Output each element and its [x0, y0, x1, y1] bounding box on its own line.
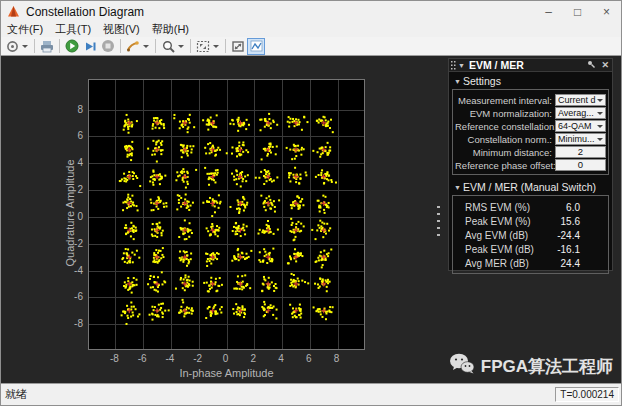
avg-mer-db-label: Avg MER (dB) [455, 258, 529, 269]
x-axis-label: In-phase Amplitude [88, 367, 365, 379]
constellation-norm-select[interactable]: Minimu... [555, 133, 606, 145]
constellation-norm-label: Constellation norm.: [455, 134, 555, 145]
measurement-interval-label: Measurement interval: [455, 95, 555, 106]
fit-dropdown-caret[interactable] [213, 45, 219, 48]
zoom-icon[interactable] [159, 38, 177, 55]
peak-evm-pct-value: 15.6 [561, 216, 606, 227]
y-tick-label: 8 [55, 104, 83, 115]
results-section-header[interactable]: ▼ EVM / MER (Manual Switch) [449, 178, 612, 194]
field-row: Reference phase offset: 0 [455, 159, 606, 171]
style-brush-icon[interactable] [124, 38, 142, 55]
results-collapse-icon: ▼ [454, 184, 461, 191]
reference-constellation-label: Reference constellation: [455, 121, 555, 132]
field-row: Constellation norm.: Minimu... [455, 133, 606, 145]
x-tick-label: -4 [165, 353, 174, 364]
result-row: Avg MER (dB) 24.4 [455, 256, 606, 270]
menu-help[interactable]: 帮助(H) [146, 22, 195, 37]
minimum-distance-label: Minimum distance: [455, 147, 555, 158]
y-tick-label: -6 [55, 291, 83, 302]
evm-normalization-value: Averag... [556, 108, 597, 118]
reference-phase-offset-input[interactable]: 0 [555, 159, 606, 171]
menubar: 文件(F) 工具(T) 视图(V) 帮助(H) [1, 22, 621, 37]
constellation-plot-axes [88, 79, 365, 350]
avg-mer-db-value: 24.4 [561, 258, 606, 269]
evm-mer-panel-header: ▼ EVM / MER ✕ [449, 59, 612, 72]
result-row: RMS EVM (%) 6.0 [455, 200, 606, 214]
menu-tools[interactable]: 工具(T) [49, 22, 97, 37]
wechat-icon [449, 353, 475, 379]
simulation-time-readout: T=0.000214 [555, 387, 619, 402]
y-tick-label: -4 [55, 265, 83, 276]
minimum-distance-input[interactable]: 2 [555, 146, 606, 158]
x-tick-label: 8 [334, 353, 340, 364]
toolbar-separator [120, 39, 121, 53]
panel-title: EVM / MER [469, 59, 524, 71]
run-icon[interactable] [63, 38, 81, 55]
settings-collapse-icon: ▼ [454, 78, 461, 85]
toolbar-separator [34, 39, 35, 53]
reference-phase-offset-label: Reference phase offset: [455, 160, 555, 171]
titlebar: Constellation Diagram – □ × [1, 1, 621, 22]
chevron-down-icon [597, 112, 603, 115]
toolbar-separator [59, 39, 60, 53]
reference-constellation-select[interactable]: 64-QAM [555, 120, 606, 132]
signal-selector-icon[interactable] [247, 38, 265, 55]
zoom-dropdown-caret[interactable] [178, 45, 184, 48]
panel-grip-icon[interactable] [451, 61, 456, 70]
y-tick-label: 4 [55, 157, 83, 168]
maximize-button[interactable]: □ [563, 1, 592, 22]
stop-icon[interactable] [99, 38, 117, 55]
x-tick-label: 6 [306, 353, 312, 364]
panel-collapse-icon[interactable]: ▼ [458, 62, 465, 69]
minimize-button[interactable]: – [534, 1, 563, 22]
result-row: Avg EVM (dB) -24.4 [455, 228, 606, 242]
peak-evm-db-value: -16.1 [557, 244, 606, 255]
rms-evm-pct-value: 6.0 [566, 202, 606, 213]
y-tick-label: -2 [55, 238, 83, 249]
panel-pin-icon[interactable] [584, 60, 598, 70]
x-tick-label: -2 [193, 353, 202, 364]
settings-section-header[interactable]: ▼ Settings [449, 72, 612, 88]
measurement-interval-value: Current d [556, 95, 597, 105]
settings-dropdown-caret[interactable] [22, 45, 28, 48]
watermark-text: FPGA算法工程师 [481, 355, 613, 378]
evm-normalization-select[interactable]: Averag... [555, 107, 606, 119]
panel-splitter-handle[interactable] [437, 206, 440, 236]
fit-to-view-icon[interactable] [194, 38, 212, 55]
result-row: Peak EVM (dB) -16.1 [455, 242, 606, 256]
measurement-interval-select[interactable]: Current d [555, 94, 606, 106]
step-forward-icon[interactable] [81, 38, 99, 55]
evm-normalization-label: EVM normalization: [455, 108, 555, 119]
scale-axes-icon[interactable] [229, 38, 247, 55]
style-dropdown-caret[interactable] [143, 45, 149, 48]
toolbar [1, 37, 621, 56]
menu-file[interactable]: 文件(F) [1, 22, 49, 37]
constellation-diagram-window: Constellation Diagram – □ × 文件(F) 工具(T) … [0, 0, 622, 406]
settings-groupbox: Measurement interval: Current d EVM norm… [452, 89, 609, 175]
scope-content-area: Quadrature Amplitude 86420-2-4-6-8 -8-6-… [1, 56, 621, 383]
chevron-down-icon [597, 125, 603, 128]
print-icon[interactable] [38, 38, 56, 55]
menu-view[interactable]: 视图(V) [97, 22, 146, 37]
settings-gear-icon[interactable] [3, 38, 21, 55]
peak-evm-db-label: Peak EVM (dB) [455, 244, 534, 255]
rms-evm-pct-label: RMS EVM (%) [455, 202, 530, 213]
avg-evm-db-value: -24.4 [557, 230, 606, 241]
chevron-down-icon [597, 99, 603, 102]
close-button[interactable]: × [592, 1, 621, 22]
y-tick-label: -8 [55, 318, 83, 329]
result-row: Peak EVM (%) 15.6 [455, 214, 606, 228]
toolbar-separator [225, 39, 226, 53]
status-ready-text: 就绪 [1, 387, 27, 402]
y-tick-label: 2 [55, 184, 83, 195]
toolbar-separator [155, 39, 156, 53]
matlab-logo-icon [7, 5, 20, 18]
peak-evm-pct-label: Peak EVM (%) [455, 216, 531, 227]
chevron-down-icon [597, 138, 603, 141]
avg-evm-db-label: Avg EVM (dB) [455, 230, 528, 241]
x-tick-label: 2 [250, 353, 256, 364]
results-groupbox: RMS EVM (%) 6.0 Peak EVM (%) 15.6 Avg EV… [452, 195, 609, 274]
evm-mer-panel: ▼ EVM / MER ✕ ▼ Settings Measurement int… [448, 58, 613, 271]
panel-close-icon[interactable]: ✕ [598, 60, 612, 70]
field-row: Reference constellation: 64-QAM [455, 120, 606, 132]
